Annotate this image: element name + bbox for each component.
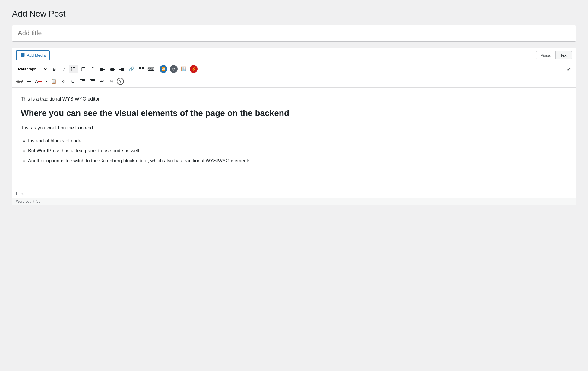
horizontal-rule-button[interactable]: — [24,77,33,86]
plugin-wifi-button[interactable]: 📶 [159,65,168,73]
svg-rect-30 [80,83,85,83]
indent-button[interactable] [88,77,97,86]
page-title: Add New Post [12,9,576,19]
plugin-window-button[interactable]: 🪟 [179,65,188,73]
editor-tabs-bar: Add Media Visual Text [12,48,576,63]
align-left-button[interactable] [98,65,107,73]
title-input-wrapper [12,25,576,42]
wifi-icon: 📶 [160,65,167,73]
add-media-label: Add Media [27,53,46,58]
svg-rect-22 [119,69,124,70]
toolbar-separator-1 [157,66,157,72]
svg-rect-12 [100,67,105,67]
content-heading: Where you can see the visual elements of… [21,108,567,119]
tab-visual[interactable]: Visual [536,51,556,59]
svg-rect-8 [82,70,85,70]
paste-text-button[interactable]: 📋 [49,77,58,86]
svg-marker-31 [80,80,81,82]
word-count-label: Word count: [16,199,35,204]
svg-rect-13 [100,68,103,69]
redo-button[interactable]: ↪ [107,77,116,86]
read-more-button[interactable] [137,65,146,73]
editor-word-count: Word count: 58 [12,198,576,205]
svg-rect-25 [139,67,141,69]
view-tabs: Visual Text [536,51,572,59]
svg-rect-28 [82,80,85,81]
svg-point-5 [71,70,72,71]
svg-rect-18 [110,69,115,70]
svg-rect-6 [82,67,85,68]
svg-rect-23 [121,70,124,71]
special-chars-button[interactable]: Ω [68,77,77,86]
list-item: Another option is to switch to the Guten… [28,157,567,165]
svg-rect-32 [90,79,95,80]
svg-rect-33 [91,80,95,81]
outdent-button[interactable] [78,77,87,86]
plugin-lightning-button[interactable]: ⚡ [189,65,198,73]
svg-rect-24 [138,69,144,69]
word-count-value: 58 [36,199,40,204]
distraction-free-button[interactable]: ⤢ [564,65,573,73]
undo-button[interactable]: ↩ [97,77,106,86]
list-item: Instead of blocks of code [28,137,567,145]
toolbar-row-1: Paragraph Heading 1 Heading 2 Heading 3 … [12,63,576,75]
unordered-list-button[interactable] [69,65,78,73]
svg-text:3.: 3. [81,69,82,71]
svg-point-4 [71,69,72,70]
svg-point-3 [71,67,72,68]
text-color-button[interactable]: A [34,77,43,86]
keyboard-button[interactable]: ⌨ [146,65,155,73]
svg-rect-1 [73,69,75,69]
plugin-pie-button[interactable]: ◔ [169,65,179,73]
svg-rect-0 [73,67,75,68]
italic-button[interactable]: I [59,65,68,73]
svg-rect-34 [91,82,95,82]
bold-button[interactable]: B [50,65,59,73]
svg-rect-21 [121,68,124,69]
link-button[interactable]: 🔗 [127,65,136,73]
blockquote-button[interactable]: " [88,65,97,73]
add-media-icon [20,52,25,58]
clear-formatting-button[interactable]: 🖊 [59,77,68,86]
content-list: Instead of blocks of code But WordPress … [28,137,567,165]
svg-rect-27 [80,79,85,80]
pie-icon: ◔ [170,65,178,73]
help-button[interactable]: ? [117,78,124,85]
svg-rect-15 [100,70,103,71]
strikethrough-button[interactable]: ABC [15,77,24,86]
post-title-input[interactable] [12,25,576,41]
svg-rect-16 [110,67,115,67]
editor-path: UL » LI [12,190,576,198]
tab-text[interactable]: Text [556,51,572,59]
list-item: But WordPress has a Text panel to use co… [28,147,567,155]
svg-rect-19 [111,70,114,71]
align-center-button[interactable] [108,65,117,73]
svg-marker-36 [90,80,91,82]
align-right-button[interactable] [117,65,126,73]
svg-rect-2 [73,70,75,70]
lightning-icon: ⚡ [190,65,198,73]
text-color-dropdown[interactable]: ▾ [44,77,49,86]
content-paragraph-1: This is a traditional WYSIWYG editor [21,95,567,103]
svg-rect-20 [119,67,124,67]
editor-container: Add Media Visual Text Paragraph Heading … [12,48,576,205]
ordered-list-button[interactable]: 1. 2. 3. [79,65,88,73]
svg-rect-35 [90,83,95,83]
content-paragraph-2: Just as you would on the frontend. [21,124,567,132]
svg-rect-17 [111,68,114,69]
add-media-button[interactable]: Add Media [16,50,50,60]
svg-rect-29 [82,82,85,82]
svg-rect-7 [82,69,85,69]
svg-rect-14 [100,69,105,70]
format-select[interactable]: Paragraph Heading 1 Heading 2 Heading 3 … [15,65,48,73]
editor-content-area[interactable]: This is a traditional WYSIWYG editor Whe… [12,88,576,190]
svg-rect-26 [142,67,144,69]
toolbar-row-2: ABC — A ▾ 📋 🖊 Ω ↩ ↪ ? [12,75,576,88]
